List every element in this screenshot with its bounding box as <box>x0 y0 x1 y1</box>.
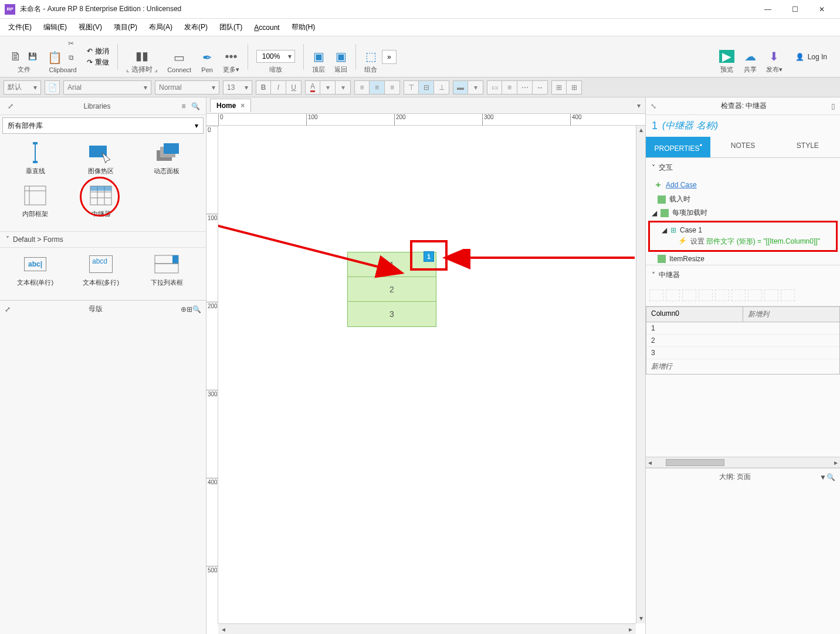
scroll-up-icon[interactable]: ▴ <box>639 126 643 135</box>
filter-icon[interactable]: ▼ <box>819 473 827 481</box>
rt-btn[interactable] <box>748 289 762 301</box>
widget-iframe[interactable]: 内部框架 <box>2 184 68 218</box>
tb-file-group[interactable]: 🗎💾 文件 <box>9 39 39 74</box>
tree-collapse-icon[interactable]: ◢ <box>652 209 657 217</box>
align-obj-button[interactable]: ⊞ <box>551 80 567 95</box>
bold-button[interactable]: B <box>256 80 271 95</box>
repeater-row[interactable]: 3 <box>348 302 436 326</box>
arrow-button[interactable]: ↔ <box>533 80 548 95</box>
col-header[interactable]: Column0 <box>646 307 743 322</box>
case-1[interactable]: ◢ ⊞ Case 1 <box>662 225 834 235</box>
section-interactions[interactable]: ˅ 交互 <box>646 158 840 177</box>
widget-textarea[interactable]: abcd 文本框(多行) <box>68 252 134 287</box>
style-preset-combo[interactable]: 默认▾ <box>4 80 41 95</box>
menu-account[interactable]: Account <box>248 21 285 34</box>
zoom-dd-icon[interactable]: ▾ <box>285 52 294 60</box>
collapse-icon[interactable]: ⤡ <box>651 102 656 110</box>
tb-select[interactable]: ▮▮ ⌞ 选择时 ⌟ <box>126 39 158 75</box>
widget-dynamic-panel[interactable]: 动态面板 <box>134 141 199 176</box>
expand-icon[interactable]: ⤢ <box>5 102 16 110</box>
tb-undo-group[interactable]: ↶撤消 ↷重做 <box>87 46 109 68</box>
section-repeater[interactable]: ˅ 中继器 <box>646 265 840 285</box>
menu-file[interactable]: 文件(E) <box>2 20 38 35</box>
scroll-left-icon[interactable]: ◂ <box>218 625 229 633</box>
repeater-dataset[interactable]: Column0 新增列 1 2 3 新增行 <box>646 306 840 375</box>
data-cell[interactable]: 2 <box>646 335 839 346</box>
align-right-button[interactable]: ≡ <box>385 80 400 95</box>
rt-btn[interactable] <box>715 289 729 301</box>
library-dropdown[interactable]: 所有部件库▾ <box>2 117 204 134</box>
fill-button[interactable]: ▬ <box>453 80 468 95</box>
style-manager-button[interactable]: 📄 <box>45 80 60 95</box>
scroll-down-icon[interactable]: ▾ <box>639 614 643 623</box>
add-case-button[interactable]: ＋ Add Case <box>646 177 840 193</box>
menu-edit[interactable]: 编辑(E) <box>38 20 73 35</box>
tb-share[interactable]: ☁ 共享 <box>744 39 757 74</box>
tb-pen[interactable]: ✒ Pen <box>201 41 214 73</box>
menu-team[interactable]: 团队(T) <box>214 20 248 35</box>
valign-top-button[interactable]: ⊤ <box>404 80 419 95</box>
text-more-button[interactable]: ▾ <box>336 80 351 95</box>
menu-help[interactable]: 帮助(H) <box>286 20 321 35</box>
widget-vline[interactable]: 垂直线 <box>2 141 68 176</box>
fill-dd[interactable]: ▾ <box>468 80 483 95</box>
text-color-button[interactable]: A <box>305 80 320 95</box>
tabs-dd[interactable]: ▾ <box>632 102 645 110</box>
scroll-left-icon[interactable]: ◂ <box>646 458 654 467</box>
rt-btn[interactable] <box>682 289 696 301</box>
maximize-button[interactable]: ☐ <box>781 0 808 19</box>
rt-btn[interactable] <box>649 289 663 301</box>
repeater-scroll[interactable]: ◂ ▸ <box>646 457 840 467</box>
menu-view[interactable]: 视图(V) <box>73 20 108 35</box>
font-combo[interactable]: Arial▾ <box>63 80 151 95</box>
valign-mid-button[interactable]: ⊟ <box>419 80 434 95</box>
tb-preview[interactable]: ▶ 预览 <box>719 39 734 74</box>
rt-btn[interactable] <box>699 289 713 301</box>
scrollbar-horizontal[interactable]: ◂ ▸ <box>218 623 636 634</box>
distribute-button[interactable]: ⊞ <box>567 80 582 95</box>
event-itemresize[interactable]: ItemResize <box>646 253 840 265</box>
line-width-button[interactable]: ≡ <box>502 80 517 95</box>
scroll-thumb[interactable] <box>666 459 724 466</box>
login-button[interactable]: 👤 Log In <box>787 53 835 61</box>
menu-layout[interactable]: 布局(A) <box>143 20 178 35</box>
rt-btn[interactable] <box>731 289 746 301</box>
expand-icon[interactable]: ⤢ <box>5 305 11 313</box>
inspector-breadcrumb[interactable]: 1 (中继器 名称) <box>646 115 840 137</box>
scroll-right-icon[interactable]: ▸ <box>832 458 840 467</box>
widget-hotspot[interactable]: 图像热区 <box>68 141 134 176</box>
menu-icon[interactable]: ≡ <box>178 102 189 110</box>
repeater-row[interactable]: 2 <box>348 277 436 302</box>
line-color-button[interactable]: ▭ <box>487 80 502 95</box>
underline-button[interactable]: U <box>286 80 302 95</box>
event-onitemload[interactable]: ◢ 每项加载时 <box>646 206 840 220</box>
add-row[interactable]: 新增行 <box>646 359 839 374</box>
notes-icon[interactable]: ▯ <box>831 102 835 110</box>
rt-btn[interactable] <box>666 289 680 301</box>
scroll-right-icon[interactable]: ▸ <box>625 625 636 633</box>
col-add[interactable]: 新增列 <box>743 307 839 322</box>
close-icon[interactable]: × <box>241 102 245 110</box>
data-cell[interactable]: 3 <box>646 347 839 359</box>
tab-style[interactable]: STYLE <box>775 137 840 157</box>
case-action[interactable]: ⚡ 设置 部件文字 (矩形) = "[[Item.Column0]]" <box>662 235 834 248</box>
widget-textfield[interactable]: abc| 文本框(单行) <box>2 252 68 287</box>
align-left-button[interactable]: ≡ <box>354 80 370 95</box>
menu-project[interactable]: 项目(P) <box>108 20 143 35</box>
font-size-combo[interactable]: 13▾ <box>223 80 252 95</box>
zoom-combo[interactable]: ▾ <box>256 50 295 63</box>
tb-connect[interactable]: ▭ Connect <box>167 41 191 73</box>
tab-notes[interactable]: NOTES <box>710 137 775 157</box>
tb-group[interactable]: ⬚ 组合 <box>364 39 377 74</box>
scrollbar-vertical[interactable]: ▴ ▾ <box>636 126 645 623</box>
widget-droplist[interactable]: 下拉列表框 <box>134 252 199 287</box>
close-button[interactable]: ✕ <box>808 0 835 19</box>
text-color-dd[interactable]: ▾ <box>320 80 336 95</box>
search-icon[interactable]: 🔍 <box>827 473 835 481</box>
align-center-button[interactable]: ≡ <box>370 80 385 95</box>
tb-clipboard-group[interactable]: 📋✂⧉ Clipboard <box>48 41 77 73</box>
search-icon[interactable]: 🔍 <box>189 102 201 110</box>
minimize-button[interactable]: — <box>754 0 781 19</box>
font-weight-combo[interactable]: Normal▾ <box>155 80 219 95</box>
tree-collapse-icon[interactable]: ◢ <box>662 226 667 234</box>
